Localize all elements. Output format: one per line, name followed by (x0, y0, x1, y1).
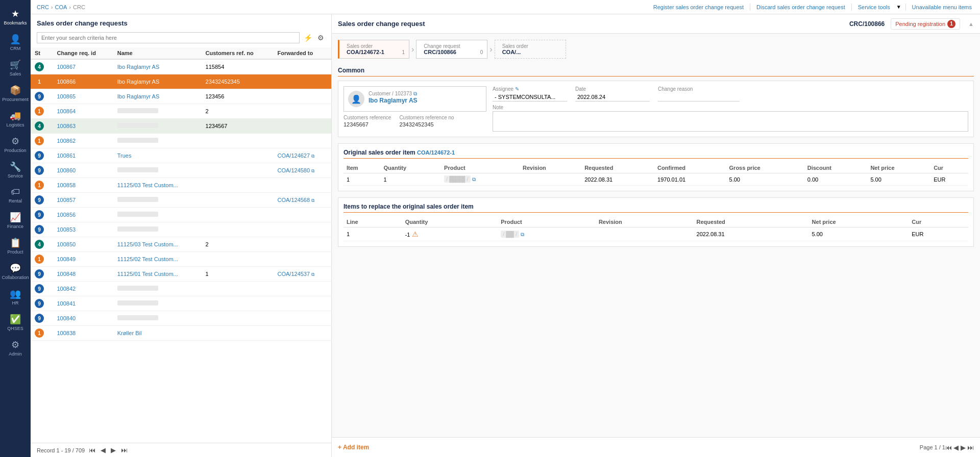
table-row[interactable]: 1 100864 2 (31, 104, 331, 119)
repl-product-link-icon[interactable]: ⧉ (521, 232, 524, 237)
status-badge: 1 (35, 328, 44, 338)
workflow-step-1[interactable]: Sales order COA/124672-1 1 (338, 40, 409, 59)
workflow-step-2[interactable]: Change request CRC/100866 0 (416, 40, 487, 59)
breadcrumb-coa-link[interactable]: COA (55, 4, 67, 10)
sidebar-item-crm[interactable]: 👤 CRM (0, 30, 31, 55)
repl-col-line: Line (344, 217, 402, 227)
table-row[interactable]: 4 100850 11125/03 Test Custom... 2 (31, 237, 331, 252)
repl-requested: 2022.08.31 (694, 227, 809, 241)
sidebar-item-rental[interactable]: 🏷 Rental (0, 183, 31, 208)
table-row[interactable]: 1 100866 Ibo Raglamyr AS 23432452345 (31, 74, 331, 89)
status-badge: 1 (35, 181, 44, 190)
table-row[interactable]: 9 100853 (31, 222, 331, 237)
cell-status: 9 (31, 222, 53, 237)
table-row[interactable]: 9 100860 COA/124580 ⧉ (31, 163, 331, 178)
search-input[interactable] (37, 32, 300, 43)
sidebar-item-bookmarks[interactable]: ★ Bookmarks (0, 4, 31, 30)
assignee-edit-icon[interactable]: ✎ (515, 86, 519, 92)
table-row[interactable]: 4 100867 Ibo Raglamyr AS 115854 (31, 59, 331, 74)
date-label: Date (575, 86, 650, 92)
orig-data-row[interactable]: 1 1 / ████ / ⧉ 2022.08.31 1970.01.01 5.0… (344, 173, 968, 186)
sidebar-item-sales[interactable]: 🛒 Sales (0, 55, 31, 81)
page-nav-prev[interactable]: ◀ (953, 444, 959, 451)
table-row[interactable]: 9 100865 Ibo Raglamyr AS 123456 (31, 89, 331, 104)
breadcrumb-crc-link[interactable]: CRC (37, 4, 49, 10)
service-icon: 🔧 (10, 161, 21, 172)
cell-forwarded (274, 119, 332, 134)
orig-col-discount: Discount (804, 163, 868, 173)
add-item-btn[interactable]: + Add item (338, 441, 369, 454)
assignee-label: Assignee ✎ (493, 86, 567, 92)
sidebar-item-production[interactable]: ⚙ Production (0, 132, 31, 157)
warning-icon: ⚠ (412, 230, 419, 238)
cell-status: 1 (31, 74, 53, 89)
settings-icon-btn[interactable]: ⚙ (316, 33, 325, 43)
assignee-input[interactable] (493, 93, 567, 101)
service-tools-btn[interactable]: Service tools (856, 4, 892, 10)
cell-status: 9 (31, 296, 53, 311)
right-fields: Assignee ✎ Date Cha (493, 86, 968, 132)
sidebar-item-service[interactable]: 🔧 Service (0, 157, 31, 183)
orig-gross: 5.00 (726, 173, 804, 186)
table-row[interactable]: 1 100849 11125/02 Test Custom... (31, 252, 331, 267)
page-next-btn[interactable]: ▶ (110, 446, 117, 454)
page-nav-first[interactable]: ⏮ (945, 444, 952, 451)
table-row[interactable]: 1 100862 (31, 134, 331, 148)
field-group-assignee: Assignee ✎ (493, 86, 567, 101)
cell-id: 100865 (53, 89, 113, 104)
table-row[interactable]: 9 100842 (31, 282, 331, 296)
col-forwarded: Forwarded to (274, 47, 332, 59)
cell-ref: 2 (202, 237, 274, 252)
sidebar-item-qhses[interactable]: ✅ QHSES (0, 310, 31, 335)
external-link-icon[interactable]: ⧉ (413, 91, 417, 96)
list-scroll: St Change req. id Name Customers ref. no… (31, 47, 331, 443)
unavailable-btn[interactable]: Unavailable menu items (910, 4, 974, 10)
table-row[interactable]: 9 100861 Trues COA/124627 ⧉ (31, 148, 331, 163)
sidebar-item-logistics[interactable]: 🚚 Logistics (0, 106, 31, 132)
table-row[interactable]: 9 100848 11125/01 Test Custom... 1 COA/1… (31, 267, 331, 282)
repl-product: / ██ / ⧉ (498, 227, 596, 241)
sidebar-item-procurement[interactable]: 📦 Procurement (0, 81, 31, 106)
table-row[interactable]: 9 100857 COA/124568 ⧉ (31, 193, 331, 208)
orig-product-link-icon[interactable]: ⧉ (472, 176, 476, 182)
cell-ref (202, 311, 274, 326)
status-badge: 9 (35, 314, 44, 323)
sidebar-item-hr[interactable]: 👥 HR (0, 284, 31, 310)
original-order-link[interactable]: COA/124672-1 (417, 149, 455, 156)
cell-name: Ibo Raglamyr AS (113, 89, 202, 104)
filter-icon-btn[interactable]: ⚡ (303, 33, 313, 43)
note-textarea[interactable] (493, 111, 968, 132)
table-row[interactable]: 9 100840 (31, 311, 331, 326)
sidebar-item-product[interactable]: 📋 Product (0, 233, 31, 259)
register-btn[interactable]: Register sales order change request (651, 4, 746, 10)
left-panel: Sales order change requests ⚡ ⚙ St Chang… (31, 14, 332, 457)
sidebar-item-admin[interactable]: ⚙ Admin (0, 335, 31, 361)
page-first-btn[interactable]: ⏮ (88, 446, 96, 454)
table-row[interactable]: 9 100856 (31, 208, 331, 222)
table-row[interactable]: 1 100858 11125/03 Test Custom... (31, 178, 331, 193)
page-prev-btn[interactable]: ◀ (100, 446, 107, 454)
main-content: CRC › COA › CRC Register sales order cha… (31, 0, 980, 457)
scroll-up-icon[interactable]: ▲ (968, 21, 974, 27)
discard-btn[interactable]: Discard sales order change request (754, 4, 847, 10)
page-last-btn[interactable]: ⏭ (120, 446, 129, 454)
cell-ref (202, 148, 274, 163)
change-reason-input[interactable] (658, 93, 740, 101)
sidebar-item-collaboration[interactable]: 💬 Collaboration (0, 259, 31, 284)
table-row[interactable]: 1 100838 Krøller Bil (31, 326, 331, 341)
page-nav-next[interactable]: ▶ (961, 444, 966, 451)
table-row[interactable]: 4 100863 1234567 (31, 119, 331, 134)
cell-id: 100858 (53, 178, 113, 193)
cell-status: 1 (31, 134, 53, 148)
repl-cur: EUR (909, 227, 968, 241)
workflow-step-3[interactable]: Sales order COA/... (495, 40, 566, 59)
cell-forwarded (274, 237, 332, 252)
right-body: Sales order COA/124672-1 1 › Change requ… (332, 34, 980, 437)
date-input[interactable] (575, 93, 650, 101)
page-nav-last[interactable]: ⏭ (967, 444, 974, 451)
customer-name[interactable]: Ibo Raglamyr AS (369, 97, 418, 104)
repl-data-row[interactable]: 1 -1 ⚠ / ██ / ⧉ 2022.08.31 (344, 227, 968, 241)
table-row[interactable]: 9 100841 (31, 296, 331, 311)
orig-confirmed: 1970.01.01 (654, 173, 726, 186)
sidebar-item-finance[interactable]: 📈 Finance (0, 208, 31, 233)
